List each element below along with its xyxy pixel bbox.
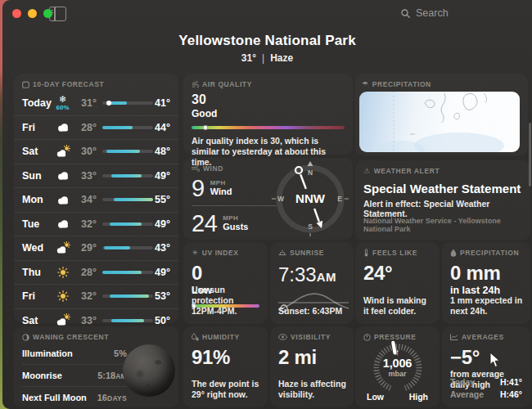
scrollbar[interactable] [529, 123, 531, 187]
forecast-day-label: Tue [22, 218, 52, 230]
temp-range-bar [102, 294, 153, 298]
weather-alert-panel[interactable]: ⚠ WEATHER ALERT Special Weather Statemen… [355, 160, 530, 240]
averages-value: −5° [450, 346, 522, 369]
forecast-row[interactable]: Mon ❄ [14, 187, 178, 212]
high-temp: 55° [153, 194, 170, 205]
uv-value: 0 [192, 262, 259, 285]
aqi-label: Good [192, 108, 345, 119]
search-field[interactable] [401, 7, 475, 20]
averages-panel[interactable]: AVERAGES −5° from average daily high Tod… [442, 326, 530, 407]
low-temp: 34° [73, 194, 97, 205]
low-temp: 31° [73, 97, 97, 109]
weather-icon: ❄60% [52, 95, 73, 111]
low-temp: 33° [73, 315, 97, 326]
weather-icon: ❄ [52, 146, 73, 157]
air-quality-icon [192, 81, 199, 88]
moon-phase-icon [22, 334, 29, 341]
averages-row-value: H:41° [500, 376, 522, 389]
forecast-day-label: Thu [22, 267, 52, 278]
temp-range-segment [104, 246, 130, 249]
sunrise-ampm: AM [317, 270, 336, 284]
temp-range-bar [102, 246, 153, 249]
humidity-panel[interactable]: HUMIDITY 91% The dew point is 29° right … [183, 326, 268, 407]
forecast-row[interactable]: Tue ❄ [14, 212, 178, 236]
forecast-day-label: Fri [22, 122, 52, 133]
forecast-rows: Today ❄60% [14, 92, 178, 332]
temp-range-segment [110, 294, 149, 298]
forecast-row[interactable]: Fri ❄ [14, 284, 178, 308]
chart-icon [450, 334, 458, 340]
search-input[interactable] [414, 7, 475, 20]
sunrise-title: SUNRISE [290, 249, 324, 257]
forecast-row[interactable]: Sat ❄ [14, 139, 178, 164]
weather-icon: ❄ [52, 243, 73, 254]
feels-like-title: FEELS LIKE [372, 249, 417, 257]
wind-speed-label: Wind [210, 187, 232, 197]
forecast-row[interactable]: Wed ❄ [14, 236, 178, 260]
warning-icon: ⚠ [363, 168, 371, 175]
forecast-row[interactable]: Thu ❄ [14, 260, 178, 285]
forecast-row[interactable]: Fri ❄ [14, 115, 178, 140]
cloud-icon [56, 196, 70, 204]
uv-index-panel[interactable]: ☀ UV INDEX 0 Low Use sun protection 12PM… [183, 242, 268, 324]
aqi-value: 30 [192, 92, 345, 107]
low-temp: 33° [73, 170, 97, 182]
thermometer-icon [363, 249, 369, 257]
divider: | [262, 52, 264, 64]
calendar-icon [22, 81, 29, 88]
pressure-panel[interactable]: PRESSURE ↑ 1,006 mbar Low High [355, 326, 440, 407]
moon-detail-row: Next Full Moon 16DAYS [22, 386, 127, 408]
wind-gusts-value: 24 [192, 210, 217, 237]
weather-icon: ❄ [52, 315, 73, 326]
forecast-panel[interactable]: 10-DAY FORECAST Today ❄60% [14, 74, 178, 323]
high-temp: 49° [153, 170, 170, 182]
visibility-title: VISIBILITY [291, 333, 331, 341]
low-temp: 28° [73, 267, 97, 278]
weather-icon: ❄ [52, 171, 73, 180]
minimize-button[interactable] [28, 9, 37, 18]
low-temp: 30° [73, 146, 97, 157]
close-button[interactable] [12, 9, 21, 18]
moon-row-label: Next Full Moon [22, 393, 87, 402]
high-temp: 53° [153, 290, 170, 302]
partly-cloudy-icon [56, 243, 70, 254]
air-quality-panel[interactable]: AIR QUALITY 30 Good Air quality index is… [183, 74, 353, 155]
wind-title: WIND [203, 164, 223, 173]
sunrise-panel[interactable]: SUNRISE 7:33AM Sunset: 6:43PM [270, 242, 354, 324]
forecast-day-label: Fri [22, 290, 52, 302]
pressure-low-label: Low [367, 392, 384, 402]
cloud-icon [56, 171, 70, 180]
temp-range-bar [102, 271, 153, 274]
alert-headline: Special Weather Statement [363, 182, 522, 196]
precip-map-title: PRECIPITATION [372, 80, 431, 88]
wind-speed-value: 9 [192, 175, 205, 202]
pressure-unit: mbar [355, 370, 440, 378]
mouse-cursor [489, 352, 501, 368]
humidity-icon [192, 333, 199, 341]
forecast-row[interactable]: Today ❄60% [14, 92, 178, 115]
compass-north-label: N [308, 169, 313, 177]
moon-image [123, 344, 175, 397]
high-temp: 48° [153, 146, 170, 157]
temp-range-segment [111, 174, 142, 178]
precipitation-panel[interactable]: PRECIPITATION 0 mm in last 24h 1 mm expe… [442, 242, 530, 324]
location-header: Yellowstone National Park 31° | Haze [2, 33, 532, 64]
location-name: Yellowstone National Park [2, 33, 532, 49]
moon-row-label: Illumination [22, 348, 73, 358]
low-temp: 32° [73, 218, 97, 230]
feels-like-value: 24° [363, 262, 431, 285]
forecast-row[interactable]: Sun ❄ [14, 164, 178, 188]
sidebar-toggle-icon[interactable] [49, 7, 66, 21]
alert-title: WEATHER ALERT [374, 167, 440, 175]
feels-like-panel[interactable]: FEELS LIKE 24° Wind is making it feel co… [355, 242, 440, 324]
precipitation-map-panel[interactable]: ☂ PRECIPITATION [355, 74, 528, 155]
precipitation-value: 0 mm [450, 262, 522, 285]
precipitation-map[interactable] [359, 92, 520, 152]
umbrella-icon: ☂ [362, 81, 369, 88]
wind-panel[interactable]: WIND 9 MPH Wind 24 MPH Gusts [183, 158, 353, 240]
temp-range-bar [102, 198, 153, 201]
moon-panel[interactable]: WANING CRESCENT Illumination 5% Moonrise… [14, 326, 178, 407]
sunset-label: Sunset: 6:43PM [278, 306, 347, 317]
high-temp: 41° [153, 97, 170, 109]
visibility-panel[interactable]: VISIBILITY 2 mi Haze is affecting visibi… [270, 326, 354, 407]
